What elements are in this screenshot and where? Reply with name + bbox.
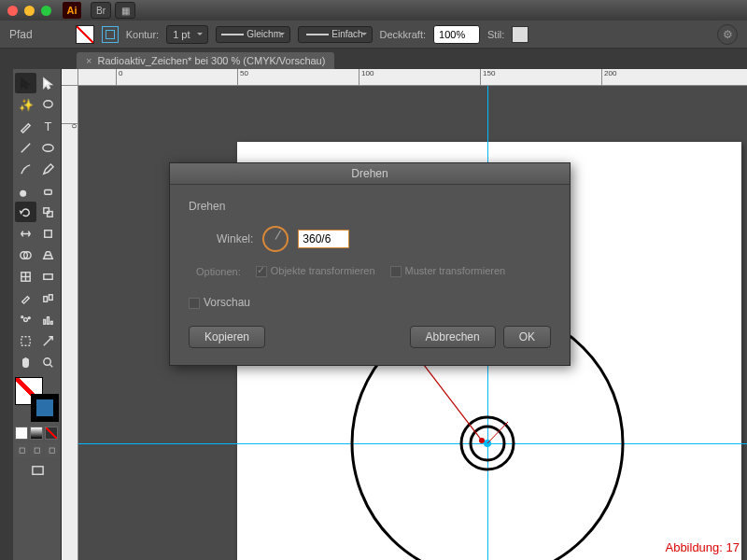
rotate-tool[interactable] <box>15 202 36 222</box>
svg-point-0 <box>44 100 52 107</box>
svg-rect-6 <box>48 211 53 217</box>
transform-patterns-checkbox: Muster transformieren <box>390 265 506 277</box>
gradient-tool[interactable] <box>37 266 59 287</box>
svg-rect-15 <box>49 294 52 300</box>
style-label: Stil: <box>487 29 504 40</box>
none-mode-button[interactable] <box>45 427 58 440</box>
zoom-tool[interactable] <box>37 352 59 372</box>
angle-input[interactable] <box>298 230 349 248</box>
pencil-tool[interactable] <box>37 159 59 179</box>
hand-tool[interactable] <box>15 352 36 372</box>
screen-mode-button[interactable] <box>15 460 60 481</box>
perspective-grid-tool[interactable] <box>37 245 59 265</box>
stroke-weight-dropdown[interactable]: 1 pt <box>166 25 207 44</box>
cancel-button[interactable]: Abbrechen <box>410 326 496 348</box>
horizontal-ruler[interactable]: 0 50 100 150 200 <box>78 69 747 86</box>
draw-normal-button[interactable]: ◻ <box>15 443 28 456</box>
svg-rect-25 <box>32 466 42 473</box>
transform-objects-checkbox: Objekte transformieren <box>256 265 375 277</box>
eyedropper-tool[interactable] <box>15 287 36 308</box>
scale-tool[interactable] <box>37 202 59 222</box>
close-tab-icon[interactable]: × <box>86 55 92 66</box>
symbol-sprayer-tool[interactable] <box>15 309 36 329</box>
stroke-label: Kontur: <box>126 29 159 40</box>
shape-builder-tool[interactable] <box>15 245 36 265</box>
figure-caption: Abbildung: 17 <box>665 540 740 554</box>
dialog-title: Drehen <box>170 163 570 185</box>
minimize-window-button[interactable] <box>24 6 35 16</box>
free-transform-tool[interactable] <box>37 223 59 244</box>
pen-tool[interactable] <box>15 116 36 136</box>
stroke-indicator[interactable] <box>31 394 59 422</box>
lasso-tool[interactable] <box>37 94 59 115</box>
svg-rect-5 <box>44 207 49 213</box>
brush-dropdown[interactable]: Einfach <box>298 26 373 43</box>
type-tool[interactable]: T <box>37 116 59 136</box>
style-swatch[interactable] <box>512 26 529 43</box>
svg-point-2 <box>43 144 53 151</box>
preview-checkbox[interactable]: Vorschau <box>189 296 551 309</box>
ellipse-tool[interactable] <box>37 137 59 158</box>
rotate-dialog: Drehen Drehen Winkel: Optionen: Objekte … <box>169 162 571 366</box>
tools-panel: ✨ T ◻ <box>13 69 62 560</box>
window-titlebar: Ai Br ▦ <box>0 0 747 21</box>
slice-tool[interactable] <box>37 330 59 351</box>
window-controls <box>7 6 51 16</box>
panel-collapse-strip[interactable] <box>0 69 13 560</box>
ruler-origin[interactable] <box>62 69 78 86</box>
mesh-tool[interactable] <box>15 266 36 287</box>
gradient-mode-button[interactable] <box>30 427 43 440</box>
svg-point-23 <box>44 357 51 365</box>
bridge-button[interactable]: Br <box>91 2 111 19</box>
close-window-button[interactable] <box>7 6 18 16</box>
svg-rect-20 <box>48 316 49 324</box>
direct-selection-tool[interactable] <box>37 73 59 93</box>
maximize-window-button[interactable] <box>41 6 51 16</box>
line-tool[interactable] <box>15 137 36 158</box>
svg-rect-13 <box>44 273 52 279</box>
magic-wand-tool[interactable]: ✨ <box>15 94 36 115</box>
svg-line-1 <box>21 143 30 151</box>
blob-brush-tool[interactable] <box>15 180 36 201</box>
panel-options-icon[interactable]: ⚙ <box>717 24 738 45</box>
document-tab[interactable]: × Radioaktiv_Zeichen* bei 300 % (CMYK/Vo… <box>77 52 334 69</box>
svg-rect-4 <box>45 189 52 194</box>
width-tool[interactable] <box>15 223 36 244</box>
svg-point-3 <box>21 190 26 196</box>
angle-dial[interactable] <box>262 226 289 252</box>
document-tab-bar: × Radioaktiv_Zeichen* bei 300 % (CMYK/Vo… <box>0 49 747 69</box>
opacity-input[interactable] <box>433 25 480 44</box>
svg-rect-7 <box>45 230 52 237</box>
svg-point-17 <box>21 315 23 317</box>
copy-button[interactable]: Kopieren <box>189 326 265 348</box>
svg-point-16 <box>24 317 28 321</box>
svg-rect-22 <box>21 336 30 344</box>
draw-behind-button[interactable]: ◻ <box>30 443 43 456</box>
eraser-tool[interactable] <box>37 180 59 201</box>
blend-tool[interactable] <box>37 287 59 308</box>
options-label: Optionen: <box>196 266 241 277</box>
app-icon: Ai <box>63 2 81 19</box>
canvas-area: 0 50 100 150 200 0 <box>62 69 747 560</box>
options-bar: Pfad Kontur: 1 pt Gleichm. Einfach Deckk… <box>0 21 747 49</box>
vertical-ruler[interactable]: 0 <box>62 86 78 560</box>
ok-button[interactable]: OK <box>503 326 551 348</box>
color-mode-button[interactable] <box>15 427 28 440</box>
opacity-label: Deckkraft: <box>380 29 427 40</box>
fill-swatch[interactable] <box>76 25 94 44</box>
stroke-swatch[interactable] <box>102 26 119 43</box>
fill-stroke-indicator[interactable] <box>15 377 59 422</box>
svg-rect-21 <box>50 321 52 324</box>
paintbrush-tool[interactable] <box>15 159 36 179</box>
column-graph-tool[interactable] <box>37 309 59 329</box>
selection-tool[interactable] <box>15 73 36 93</box>
arrange-documents-button[interactable]: ▦ <box>115 2 135 19</box>
svg-rect-14 <box>44 296 48 301</box>
artboard-tool[interactable] <box>15 330 36 351</box>
document-tab-title: Radioaktiv_Zeichen* bei 300 % (CMYK/Vors… <box>97 55 325 66</box>
svg-point-18 <box>28 316 30 318</box>
stroke-profile-dropdown[interactable]: Gleichm. <box>216 26 290 43</box>
draw-inside-button[interactable]: ◻ <box>45 443 58 456</box>
angle-label: Winkel: <box>217 232 253 245</box>
annotation-dot <box>479 438 485 443</box>
